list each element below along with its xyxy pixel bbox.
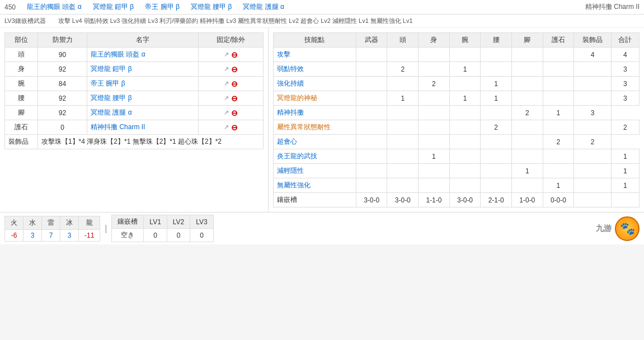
part-head: 頭 (5, 48, 38, 62)
skill-row: 炎王龍的武技 1 1 (274, 149, 640, 164)
name-leg: 冥燈龍 護腿 α (87, 106, 199, 120)
element-table: 火 水 雷 冰 龍 -6 3 7 3 -11 (4, 216, 100, 242)
col-name: 名字 (87, 33, 199, 48)
pin-icon: ↗ (224, 109, 229, 116)
col-leg: 腳 (511, 33, 543, 48)
subtitle-bar: LV3鑲嵌槽武器 攻擊 Lv4 弱點特效 Lv3 強化持續 Lv3 利刃/彈藥節… (0, 15, 644, 28)
slot-weapon: 3-0-0 (356, 193, 387, 207)
fixed-leg[interactable]: ↗⊖ (199, 106, 264, 120)
fixed-arm[interactable]: ↗⊖ (199, 77, 264, 91)
pin-icon: ↗ (224, 51, 229, 58)
name-head: 龍王的獨眼 頭盔 α (87, 48, 199, 62)
element-values: -6 3 7 3 -11 (5, 229, 100, 241)
col-lv2: LV2 (167, 215, 190, 229)
fixed-body[interactable]: ↗⊖ (199, 62, 264, 77)
table-row: 腳 92 冥燈龍 護腿 α ↗⊖ (5, 106, 264, 120)
col-charm: 護石 (543, 33, 574, 48)
separator: | (100, 224, 111, 234)
col-waist: 腰 (481, 33, 512, 48)
val-dragon: -11 (79, 229, 100, 241)
minus-icon[interactable]: ⊖ (231, 65, 238, 74)
minus-icon[interactable]: ⊖ (231, 123, 238, 132)
skill-row: 屬性異常狀態耐性 2 2 (274, 120, 640, 135)
col-body: 身 (419, 33, 450, 48)
skill-row: 精神抖擻 2 1 3 (274, 106, 640, 120)
name-charm: 精神抖擻 Charm II (87, 120, 199, 135)
fixed-waist[interactable]: ↗⊖ (199, 91, 264, 106)
slot-arm: 3-0-0 (449, 193, 481, 207)
slot-waist: 2-1-0 (481, 193, 512, 207)
skill-row: 減輕隱性 1 1 (274, 164, 640, 178)
part-charm: 護石 (5, 120, 38, 135)
col-slot-label: 鑲嵌槽 (112, 215, 144, 229)
item-head: 龍王的獨眼 頭盔 α (27, 2, 82, 12)
slot-summary-row: 空き 0 0 0 (112, 229, 213, 242)
defense-head: 90 (37, 48, 87, 62)
minus-icon[interactable]: ⊖ (231, 108, 238, 117)
col-dragon: 龍 (79, 216, 100, 229)
item-leg: 冥燈龍 護腿 α (243, 2, 284, 12)
skill-teo: 炎王龍的武技 (274, 149, 356, 164)
col-fire: 火 (5, 216, 23, 229)
charm-label: 精神抖擻 Charm II (585, 2, 640, 12)
skill-row: 弱點特效 2 1 3 (274, 62, 640, 77)
table-row: 身 92 冥燈龍 鎧甲 β ↗⊖ (5, 62, 264, 77)
skill-attack: 攻擊 (274, 48, 356, 62)
fixed-head[interactable]: ↗⊖ (199, 48, 264, 62)
table-row: 護石 0 精神抖擻 Charm II ↗⊖ (5, 120, 264, 135)
slot-leg: 1-0-0 (511, 193, 543, 207)
col-skill: 技能點 (274, 33, 356, 48)
col-total: 合計 (611, 33, 639, 48)
total-defense: 450 (4, 3, 16, 11)
left-panel: 部位 防禦力 名字 固定/除外 頭 90 龍王的獨眼 頭盔 α ↗⊖ 身 (0, 28, 269, 212)
item-arm: 帝王 腕甲 β (145, 2, 180, 12)
main-content: 部位 防禦力 名字 固定/除外 頭 90 龍王的獨眼 頭盔 α ↗⊖ 身 (0, 28, 644, 212)
top-bar: 450 龍王的獨眼 頭盔 α 冥燈龍 鎧甲 β 帝王 腕甲 β 冥燈龍 腰甲 β… (0, 0, 644, 15)
val-water: 3 (23, 229, 42, 241)
col-thunder: 雷 (42, 216, 60, 229)
col-arm: 腕 (449, 33, 481, 48)
pin-icon: ↗ (224, 65, 229, 73)
part-leg: 腳 (5, 106, 38, 120)
slot-empty-label: 空き (112, 229, 144, 242)
subtitle-text: LV3鑲嵌槽武器 攻擊 Lv4 弱點特效 Lv3 強化持續 Lv3 利刃/彈藥節… (4, 17, 413, 24)
skill-weakness: 弱點特效 (274, 62, 356, 77)
minus-icon[interactable]: ⊖ (231, 94, 238, 103)
skills-table: 技能點 武器 頭 身 腕 腰 腳 護石 裝飾品 合計 攻擊 4 4 (273, 32, 640, 207)
minus-icon[interactable]: ⊖ (231, 79, 238, 88)
skill-lucent: 冥燈龍的神秘 (274, 91, 356, 106)
table-row: 腰 92 冥燈龍 腰甲 β ↗⊖ (5, 91, 264, 106)
name-body: 冥燈龍 鎧甲 β (87, 62, 199, 77)
deco-label: 裝飾品 (5, 135, 38, 149)
slot-summary-table: 鑲嵌槽 LV1 LV2 LV3 空き 0 0 0 (111, 215, 213, 242)
part-arm: 腕 (5, 77, 38, 91)
minus-icon[interactable]: ⊖ (231, 50, 238, 59)
skill-row: 超會心 2 2 (274, 135, 640, 149)
skill-row: 攻擊 4 4 (274, 48, 640, 62)
pin-icon: ↗ (224, 95, 229, 102)
val-ice: 3 (60, 229, 79, 241)
val-fire: -6 (5, 229, 23, 241)
slot-body: 1-1-0 (419, 193, 450, 207)
slot-lv1-val: 0 (144, 229, 167, 242)
slot-row: 鑲嵌槽 3-0-0 3-0-0 1-1-0 3-0-0 2-1-0 1-0-0 … (274, 193, 640, 207)
defense-arm: 84 (37, 77, 87, 91)
part-waist: 腰 (5, 91, 38, 106)
col-fixed: 固定/除外 (199, 33, 264, 48)
col-defense: 防禦力 (37, 33, 87, 48)
table-row: 頭 90 龍王的獨眼 頭盔 α ↗⊖ (5, 48, 264, 62)
col-deco: 裝飾品 (574, 33, 611, 48)
fixed-charm[interactable]: ↗⊖ (199, 120, 264, 135)
deco-value: 攻擊珠【1】*4 渾身珠【2】*1 無擊珠【2】*1 超心珠【2】*2 (37, 135, 263, 149)
col-head: 頭 (387, 33, 419, 48)
col-weapon: 武器 (356, 33, 387, 48)
pin-icon: ↗ (224, 80, 229, 87)
part-body: 身 (5, 62, 38, 77)
col-water: 水 (23, 216, 42, 229)
slot-charm: 0-0-0 (543, 193, 574, 207)
pin-icon: ↗ (224, 124, 229, 131)
watermark-area: 九游 🐾 (596, 216, 640, 241)
skill-spirit: 精神抖擻 (274, 106, 356, 120)
table-row: 腕 84 帝王 腕甲 β ↗⊖ (5, 77, 264, 91)
defense-charm: 0 (37, 120, 87, 135)
